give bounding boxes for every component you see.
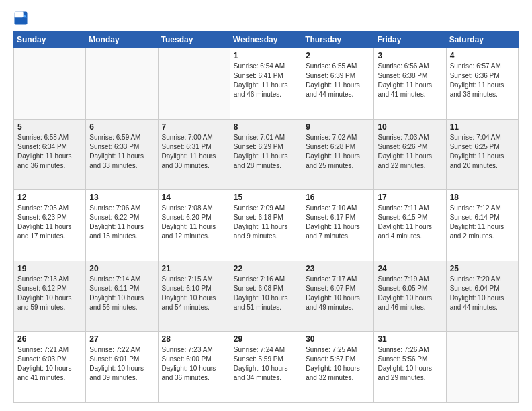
day-number: 11 xyxy=(450,122,515,132)
day-info: Sunrise: 7:04 AMSunset: 6:25 PMDaylight:… xyxy=(450,133,515,171)
day-info: Sunrise: 7:25 AMSunset: 5:57 PMDaylight:… xyxy=(306,345,370,383)
weekday-header-friday: Friday xyxy=(374,32,446,48)
day-number: 3 xyxy=(378,51,442,60)
calendar-cell: 15Sunrise: 7:09 AMSunset: 6:18 PMDayligh… xyxy=(230,190,302,261)
day-info: Sunrise: 7:03 AMSunset: 6:26 PMDaylight:… xyxy=(378,133,442,171)
calendar-cell: 24Sunrise: 7:19 AMSunset: 6:05 PMDayligh… xyxy=(374,261,446,332)
day-info: Sunrise: 7:08 AMSunset: 6:20 PMDaylight:… xyxy=(162,203,226,241)
day-number: 19 xyxy=(17,264,82,273)
day-number: 22 xyxy=(234,264,298,273)
calendar-cell: 17Sunrise: 7:11 AMSunset: 6:15 PMDayligh… xyxy=(374,190,446,261)
day-number: 15 xyxy=(234,193,298,202)
calendar-cell: 23Sunrise: 7:17 AMSunset: 6:07 PMDayligh… xyxy=(302,261,374,332)
weekday-header-thursday: Thursday xyxy=(302,32,374,48)
day-info: Sunrise: 7:00 AMSunset: 6:31 PMDaylight:… xyxy=(162,133,226,171)
day-info: Sunrise: 7:05 AMSunset: 6:23 PMDaylight:… xyxy=(17,203,82,241)
day-number: 20 xyxy=(89,264,154,273)
day-number: 29 xyxy=(234,334,298,344)
weekday-header-row: SundayMondayTuesdayWednesdayThursdayFrid… xyxy=(14,32,519,48)
day-number: 5 xyxy=(17,122,82,132)
calendar-cell: 1Sunrise: 6:54 AMSunset: 6:41 PMDaylight… xyxy=(230,48,302,120)
day-number: 12 xyxy=(17,193,82,202)
day-info: Sunrise: 6:58 AMSunset: 6:34 PMDaylight:… xyxy=(17,133,82,171)
calendar-cell: 31Sunrise: 7:26 AMSunset: 5:56 PMDayligh… xyxy=(374,332,446,403)
calendar-cell: 5Sunrise: 6:58 AMSunset: 6:34 PMDaylight… xyxy=(14,119,86,190)
calendar-cell: 18Sunrise: 7:12 AMSunset: 6:14 PMDayligh… xyxy=(446,190,518,261)
calendar-cell: 7Sunrise: 7:00 AMSunset: 6:31 PMDaylight… xyxy=(158,119,230,190)
day-info: Sunrise: 7:23 AMSunset: 6:00 PMDaylight:… xyxy=(162,345,226,383)
day-number: 23 xyxy=(306,264,370,273)
calendar-cell: 9Sunrise: 7:02 AMSunset: 6:28 PMDaylight… xyxy=(302,119,374,190)
day-number: 25 xyxy=(450,264,515,273)
day-info: Sunrise: 6:59 AMSunset: 6:33 PMDaylight:… xyxy=(89,133,154,171)
calendar-cell: 30Sunrise: 7:25 AMSunset: 5:57 PMDayligh… xyxy=(302,332,374,403)
weekday-header-tuesday: Tuesday xyxy=(158,32,230,48)
calendar-cell xyxy=(14,48,86,120)
day-info: Sunrise: 7:17 AMSunset: 6:07 PMDaylight:… xyxy=(306,275,370,312)
calendar-cell: 25Sunrise: 7:20 AMSunset: 6:04 PMDayligh… xyxy=(446,261,518,332)
calendar-cell: 6Sunrise: 6:59 AMSunset: 6:33 PMDaylight… xyxy=(86,119,158,190)
calendar-week-row: 19Sunrise: 7:13 AMSunset: 6:12 PMDayligh… xyxy=(14,261,519,332)
day-number: 6 xyxy=(89,122,154,132)
calendar-week-row: 12Sunrise: 7:05 AMSunset: 6:23 PMDayligh… xyxy=(14,190,519,261)
day-number: 28 xyxy=(162,334,226,344)
day-info: Sunrise: 7:02 AMSunset: 6:28 PMDaylight:… xyxy=(306,133,370,171)
day-info: Sunrise: 7:13 AMSunset: 6:12 PMDaylight:… xyxy=(17,275,82,312)
day-info: Sunrise: 7:16 AMSunset: 6:08 PMDaylight:… xyxy=(234,275,298,312)
calendar-cell: 10Sunrise: 7:03 AMSunset: 6:26 PMDayligh… xyxy=(374,119,446,190)
calendar-week-row: 5Sunrise: 6:58 AMSunset: 6:34 PMDaylight… xyxy=(14,119,519,190)
calendar-cell: 19Sunrise: 7:13 AMSunset: 6:12 PMDayligh… xyxy=(14,261,86,332)
day-number: 26 xyxy=(17,334,82,344)
day-number: 31 xyxy=(378,334,442,344)
day-info: Sunrise: 6:54 AMSunset: 6:41 PMDaylight:… xyxy=(234,62,298,99)
day-number: 10 xyxy=(378,122,442,132)
calendar-cell: 16Sunrise: 7:10 AMSunset: 6:17 PMDayligh… xyxy=(302,190,374,261)
weekday-header-wednesday: Wednesday xyxy=(230,32,302,48)
logo xyxy=(13,11,31,26)
day-number: 9 xyxy=(306,122,370,132)
day-info: Sunrise: 7:10 AMSunset: 6:17 PMDaylight:… xyxy=(306,203,370,241)
day-number: 16 xyxy=(306,193,370,202)
day-number: 27 xyxy=(89,334,154,344)
day-info: Sunrise: 7:21 AMSunset: 6:03 PMDaylight:… xyxy=(17,345,82,383)
day-number: 2 xyxy=(306,51,370,60)
calendar-cell: 27Sunrise: 7:22 AMSunset: 6:01 PMDayligh… xyxy=(86,332,158,403)
day-number: 8 xyxy=(234,122,298,132)
calendar-cell: 13Sunrise: 7:06 AMSunset: 6:22 PMDayligh… xyxy=(86,190,158,261)
calendar-cell: 11Sunrise: 7:04 AMSunset: 6:25 PMDayligh… xyxy=(446,119,518,190)
calendar-cell: 29Sunrise: 7:24 AMSunset: 5:59 PMDayligh… xyxy=(230,332,302,403)
svg-rect-2 xyxy=(14,11,23,17)
calendar-cell xyxy=(86,48,158,120)
day-info: Sunrise: 7:15 AMSunset: 6:10 PMDaylight:… xyxy=(162,275,226,312)
calendar-cell: 14Sunrise: 7:08 AMSunset: 6:20 PMDayligh… xyxy=(158,190,230,261)
weekday-header-monday: Monday xyxy=(86,32,158,48)
page: SundayMondayTuesdayWednesdayThursdayFrid… xyxy=(0,0,532,411)
day-info: Sunrise: 7:26 AMSunset: 5:56 PMDaylight:… xyxy=(378,345,442,383)
calendar-cell: 4Sunrise: 6:57 AMSunset: 6:36 PMDaylight… xyxy=(446,48,518,120)
calendar-week-row: 1Sunrise: 6:54 AMSunset: 6:41 PMDaylight… xyxy=(14,48,519,120)
day-number: 21 xyxy=(162,264,226,273)
calendar-cell xyxy=(446,332,518,403)
day-info: Sunrise: 7:12 AMSunset: 6:14 PMDaylight:… xyxy=(450,203,515,241)
day-number: 1 xyxy=(234,51,298,60)
calendar-cell: 28Sunrise: 7:23 AMSunset: 6:00 PMDayligh… xyxy=(158,332,230,403)
calendar-week-row: 26Sunrise: 7:21 AMSunset: 6:03 PMDayligh… xyxy=(14,332,519,403)
day-info: Sunrise: 6:56 AMSunset: 6:38 PMDaylight:… xyxy=(378,62,442,99)
calendar-cell: 2Sunrise: 6:55 AMSunset: 6:39 PMDaylight… xyxy=(302,48,374,120)
day-info: Sunrise: 7:24 AMSunset: 5:59 PMDaylight:… xyxy=(234,345,298,383)
day-info: Sunrise: 7:11 AMSunset: 6:15 PMDaylight:… xyxy=(378,203,442,241)
day-info: Sunrise: 7:20 AMSunset: 6:04 PMDaylight:… xyxy=(450,275,515,312)
weekday-header-sunday: Sunday xyxy=(14,32,86,48)
logo-icon xyxy=(13,11,28,26)
day-number: 13 xyxy=(89,193,154,202)
day-info: Sunrise: 6:55 AMSunset: 6:39 PMDaylight:… xyxy=(306,62,370,99)
calendar-cell: 12Sunrise: 7:05 AMSunset: 6:23 PMDayligh… xyxy=(14,190,86,261)
calendar-table: SundayMondayTuesdayWednesdayThursdayFrid… xyxy=(13,31,519,403)
day-info: Sunrise: 7:01 AMSunset: 6:29 PMDaylight:… xyxy=(234,133,298,171)
day-info: Sunrise: 7:14 AMSunset: 6:11 PMDaylight:… xyxy=(89,275,154,312)
day-info: Sunrise: 7:09 AMSunset: 6:18 PMDaylight:… xyxy=(234,203,298,241)
calendar-cell: 21Sunrise: 7:15 AMSunset: 6:10 PMDayligh… xyxy=(158,261,230,332)
day-number: 18 xyxy=(450,193,515,202)
day-info: Sunrise: 6:57 AMSunset: 6:36 PMDaylight:… xyxy=(450,62,515,99)
calendar-cell xyxy=(158,48,230,120)
